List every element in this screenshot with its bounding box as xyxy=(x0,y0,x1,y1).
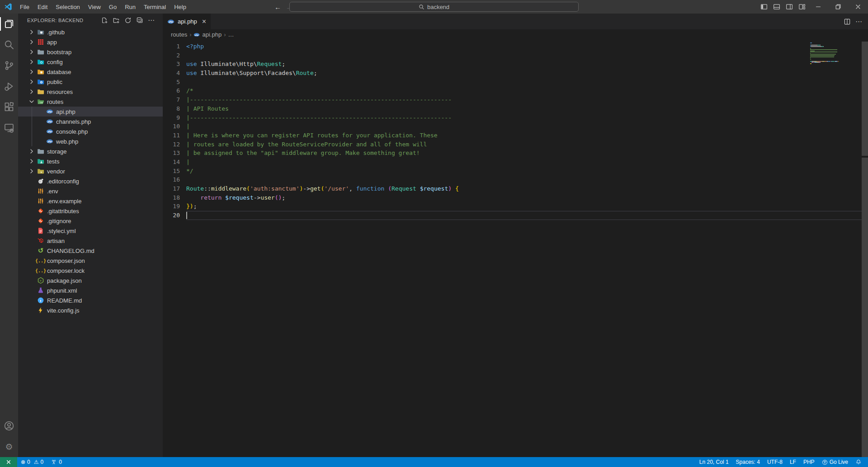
code-line-12[interactable]: 12| routes are loaded by the RouteServic… xyxy=(163,140,868,149)
chevron-right-icon[interactable] xyxy=(28,38,35,46)
tree-item-.env.example[interactable]: .env.example xyxy=(18,196,163,206)
tree-item-database[interactable]: database xyxy=(18,67,163,77)
code-line-14[interactable]: 14| xyxy=(163,158,868,167)
code-line-15[interactable]: 15*/ xyxy=(163,167,868,176)
code-line-16[interactable]: 16 xyxy=(163,175,868,184)
tree-item-app[interactable]: app xyxy=(18,37,163,47)
code-line-9[interactable]: 9|--------------------------------------… xyxy=(163,113,868,122)
tree-item-config[interactable]: config xyxy=(18,57,163,67)
more-actions-icon[interactable]: ⋯ xyxy=(146,15,156,25)
chevron-right-icon[interactable] xyxy=(28,148,35,155)
more-actions-icon[interactable]: ⋯ xyxy=(855,18,863,26)
chevron-right-icon[interactable] xyxy=(28,28,35,36)
close-tab-icon[interactable]: × xyxy=(202,18,206,25)
menu-item-edit[interactable]: Edit xyxy=(33,0,52,14)
chevron-right-icon[interactable] xyxy=(28,158,35,165)
ports-indicator[interactable]: 0 xyxy=(47,457,66,467)
close-button[interactable] xyxy=(848,0,868,14)
split-editor-icon[interactable] xyxy=(844,18,851,25)
tree-item-public[interactable]: public xyxy=(18,77,163,87)
tree-item-web.php[interactable]: phpweb.php xyxy=(18,136,163,146)
breadcrumb-item-api.php[interactable]: phpapi.php xyxy=(193,31,222,38)
command-center[interactable]: backend xyxy=(289,2,579,12)
toggle-secondary-sidebar-icon[interactable] xyxy=(783,0,796,14)
refresh-explorer-icon[interactable] xyxy=(123,15,133,25)
menu-item-file[interactable]: File xyxy=(16,0,33,14)
toggle-primary-sidebar-icon[interactable] xyxy=(758,0,770,14)
status-indentation[interactable]: Spaces: 4 xyxy=(732,457,764,467)
tree-item-README.md[interactable]: README.md xyxy=(18,295,163,305)
tree-item-artisan[interactable]: artisan xyxy=(18,236,163,246)
chevron-right-icon[interactable] xyxy=(28,88,35,95)
tree-item-vite.config.js[interactable]: vite.config.js xyxy=(18,305,163,315)
activity-run-and-debug[interactable] xyxy=(0,76,18,97)
tree-item-.gitignore[interactable]: .gitignore xyxy=(18,216,163,226)
code-line-3[interactable]: 3use Illuminate\Http\Request; xyxy=(163,60,868,69)
chevron-right-icon[interactable] xyxy=(28,168,35,175)
new-file-icon[interactable] xyxy=(99,15,109,25)
code-line-7[interactable]: 7|--------------------------------------… xyxy=(163,95,868,104)
tree-item-resources[interactable]: resources xyxy=(18,87,163,97)
tree-item-vendor[interactable]: vendor xyxy=(18,166,163,176)
code-line-4[interactable]: 4use Illuminate\Support\Facades\Route; xyxy=(163,69,868,78)
minimize-button[interactable] xyxy=(808,0,828,14)
menu-item-selection[interactable]: Selection xyxy=(52,0,84,14)
tree-item-.gitattributes[interactable]: .gitattributes xyxy=(18,206,163,216)
code-line-10[interactable]: 10| xyxy=(163,122,868,131)
code-line-8[interactable]: 8| API Routes xyxy=(163,104,868,113)
tree-item-api.php[interactable]: phpapi.php xyxy=(18,107,163,117)
chevron-right-icon[interactable] xyxy=(28,58,35,65)
tab-api-php[interactable]: php api.php × xyxy=(163,14,211,29)
tree-item-storage[interactable]: storage xyxy=(18,146,163,156)
code-line-5[interactable]: 5 xyxy=(163,78,868,87)
status-encoding[interactable]: UTF-8 xyxy=(764,457,786,467)
activity-settings[interactable]: ⚙ xyxy=(0,436,18,457)
code-line-6[interactable]: 6/* xyxy=(163,86,868,95)
new-folder-icon[interactable] xyxy=(111,15,121,25)
minimap[interactable] xyxy=(810,42,846,65)
activity-remote-explorer[interactable] xyxy=(0,117,18,138)
menu-item-view[interactable]: View xyxy=(84,0,105,14)
tree-item-.styleci.yml[interactable]: .styleci.yml xyxy=(18,226,163,236)
tree-item-.env[interactable]: .env xyxy=(18,186,163,196)
tree-item-package.json[interactable]: jspackage.json xyxy=(18,276,163,285)
tree-item-.editorconfig[interactable]: .editorconfig xyxy=(18,176,163,186)
toggle-panel-icon[interactable] xyxy=(770,0,783,14)
code-line-1[interactable]: 1<?php xyxy=(163,42,868,51)
remote-indicator[interactable] xyxy=(0,457,17,467)
collapse-folders-icon[interactable] xyxy=(135,15,145,25)
back-icon[interactable]: ← xyxy=(274,0,281,14)
restore-button[interactable] xyxy=(828,0,848,14)
code-line-13[interactable]: 13| be assigned to the "api" middleware … xyxy=(163,149,868,158)
code-line-17[interactable]: 17Route::middleware('auth:sanctum')->get… xyxy=(163,184,868,193)
menu-item-help[interactable]: Help xyxy=(170,0,190,14)
tree-item-composer.lock[interactable]: {..}composer.lock xyxy=(18,266,163,276)
tree-item-composer.json[interactable]: {..}composer.json xyxy=(18,256,163,266)
activity-search[interactable] xyxy=(0,34,18,55)
code-line-11[interactable]: 11| Here is where you can register API r… xyxy=(163,131,868,140)
code-line-18[interactable]: 18 return $request->user(); xyxy=(163,193,868,202)
status-cursor-position[interactable]: Ln 20, Col 1 xyxy=(696,457,732,467)
tree-item-.github[interactable]: .github xyxy=(18,27,163,37)
code-line-19[interactable]: 19}); xyxy=(163,202,868,211)
chevron-right-icon[interactable] xyxy=(28,68,35,75)
activity-extensions[interactable] xyxy=(0,97,18,117)
tree-item-bootstrap[interactable]: bootstrap xyxy=(18,47,163,57)
tree-item-routes[interactable]: routes xyxy=(18,97,163,107)
code-line-2[interactable]: 2 xyxy=(163,51,868,60)
code-editor[interactable]: 1<?php23use Illuminate\Http\Request;4use… xyxy=(163,40,868,457)
status-eol[interactable]: LF xyxy=(786,457,800,467)
activity-explorer[interactable] xyxy=(0,14,18,34)
scrollbar-thumb[interactable] xyxy=(862,42,868,156)
chevron-right-icon[interactable] xyxy=(28,78,35,85)
menu-item-terminal[interactable]: Terminal xyxy=(140,0,170,14)
tree-item-phpunit.xml[interactable]: phpunit.xml xyxy=(18,285,163,295)
problems-indicator[interactable]: ⊗0⚠0 xyxy=(17,457,47,467)
breadcrumb-item-routes[interactable]: routes xyxy=(171,31,187,38)
tree-item-console.php[interactable]: phpconsole.php xyxy=(18,126,163,136)
status-notifications[interactable] xyxy=(852,457,865,467)
tree-item-channels.php[interactable]: phpchannels.php xyxy=(18,117,163,126)
customize-layout-icon[interactable] xyxy=(796,0,808,14)
tree-item-CHANGELOG.md[interactable]: ↺CHANGELOG.md xyxy=(18,246,163,256)
status-language-mode[interactable]: PHP xyxy=(800,457,818,467)
